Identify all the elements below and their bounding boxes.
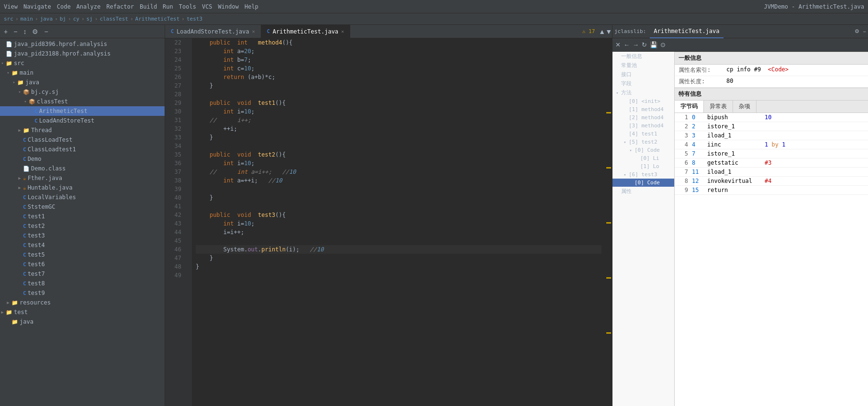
tree-test9[interactable]: C test9 [0, 288, 165, 298]
tree-test6[interactable]: C test6 [0, 259, 165, 269]
tree-test1[interactable]: C test1 [0, 212, 165, 221]
breadcrumb-classtest[interactable]: classTest [100, 16, 128, 22]
folder-icon: 📁 [23, 127, 30, 134]
breadcrumb-src[interactable]: src [4, 16, 13, 22]
menu-build[interactable]: Build [140, 3, 157, 10]
breadcrumb-java[interactable]: java [40, 16, 53, 22]
menu-vcs[interactable]: VCS [202, 3, 212, 10]
tree-java[interactable]: ▾ 📁 java [0, 78, 165, 87]
jclasslib-node-attr[interactable]: 属性 [612, 187, 674, 196]
tree-src[interactable]: ▾ 📁 src [0, 58, 165, 68]
jclasslib-settings-btn[interactable]: ⚙ [855, 28, 859, 34]
tab-arithmetictest[interactable]: C ArithmeticTest.java ✕ [261, 25, 350, 38]
tree-test-root[interactable]: ▶ 📁 test [0, 307, 165, 317]
sidebar-hide-btn[interactable]: − [42, 27, 50, 36]
tree-huntable[interactable]: ▶ ☕ Huntable.java [0, 183, 165, 192]
tree-fther[interactable]: ▶ ☕ Fther.java [0, 173, 165, 183]
menu-help[interactable]: Help [245, 3, 258, 10]
jclasslib-node-method3[interactable]: [3] method4 [612, 122, 674, 130]
jclasslib-close-icon[interactable]: ✕ [615, 41, 621, 48]
bytecode-row: 10bipush10 [675, 113, 868, 122]
jclasslib-node-method0[interactable]: [0] <init> [612, 97, 674, 105]
tree-test2[interactable]: C test2 [0, 221, 165, 231]
tree-classloadtest1[interactable]: C ClassLoadtest1 [0, 145, 165, 154]
jclasslib-close-btn[interactable]: − [863, 29, 866, 34]
tree-classtest[interactable]: ▾ 📦 classTest [0, 97, 165, 106]
jclasslib-back-btn[interactable]: ← [623, 41, 630, 48]
tree-test7[interactable]: C test7 [0, 269, 165, 279]
jclasslib-node-method5[interactable]: ▾[5] test2 [612, 138, 674, 146]
sidebar-collapse-btn[interactable]: − [11, 27, 19, 36]
menu-refactor[interactable]: Refactor [106, 3, 134, 10]
breadcrumb-arithmetictest[interactable]: ArithmeticTest [135, 16, 180, 22]
tree-hprof2[interactable]: 📄 java_pid23188.hprof.analysis [0, 49, 165, 58]
class-c-icon: C [23, 214, 26, 220]
tree-hprof1[interactable]: 📄 java_pid8396.hprof.analysis [0, 39, 165, 49]
jclasslib-node-pool[interactable]: 常量池 [612, 61, 674, 70]
warning-mark-4 [606, 277, 611, 279]
jclasslib-node-method1[interactable]: [1] method4 [612, 105, 674, 113]
jclasslib-save-btn[interactable]: 💾 [650, 41, 657, 48]
jclasslib-refresh-btn[interactable]: ↻ [642, 41, 647, 48]
tree-thread[interactable]: ▶ 📁 Thread [0, 125, 165, 135]
jclasslib-node-interface[interactable]: 接口 [612, 70, 674, 79]
jclasslib-node-field[interactable]: 字段 [612, 79, 674, 88]
jclasslib-node-method6[interactable]: ▾[6] test3 [612, 170, 674, 179]
bytecode-tab-bytecode[interactable]: 字节码 [675, 101, 704, 113]
tree-test5[interactable]: C test5 [0, 250, 165, 259]
jclasslib-node-general[interactable]: 一般信息 [612, 52, 674, 61]
menu-code[interactable]: Code [57, 3, 71, 10]
menu-tools[interactable]: Tools [179, 3, 196, 10]
breadcrumb-cy[interactable]: cy [73, 16, 79, 22]
folder-icon: 📁 [6, 60, 12, 67]
tree-test8[interactable]: C test8 [0, 279, 165, 288]
jclasslib-node-method4[interactable]: [4] test1 [612, 130, 674, 138]
jclasslib-forward-btn[interactable]: → [633, 41, 639, 48]
close-tab-arithmetictest[interactable]: ✕ [341, 29, 344, 34]
tree-main[interactable]: ▾ 📁 main [0, 68, 165, 78]
jclasslib-node-method[interactable]: ▾方法 [612, 88, 674, 97]
sidebar-sort-btn[interactable]: ↕ [21, 27, 28, 36]
tree-bjcysj[interactable]: ▾ 📦 bj.cy.sj [0, 87, 165, 97]
jclasslib-node-method5-0[interactable]: ▾[0] Code [612, 146, 674, 154]
tree-demo[interactable]: C Demo [0, 154, 165, 164]
sidebar-settings-btn[interactable]: ⚙ [30, 27, 40, 36]
warning-nav-down[interactable]: ▼ [605, 28, 612, 35]
bytecode-tab-misc[interactable]: 杂项 [733, 101, 757, 113]
tree-resources[interactable]: ▶ 📁 resources [0, 298, 165, 307]
tree-loadandstore[interactable]: C LoadAndStoreTest [0, 116, 165, 125]
jclasslib-node-method6-0[interactable]: [0] Code [612, 179, 674, 187]
class-c-icon: C [23, 261, 26, 268]
tree-sstemgc[interactable]: C StstemGC [0, 202, 165, 212]
code-area[interactable]: public int method4(){ int a=20; int b=7;… [192, 38, 605, 406]
tree-test4[interactable]: C test4 [0, 240, 165, 250]
tree-test-java[interactable]: 📁 java [0, 317, 165, 327]
file-icon: 📄 [23, 166, 30, 172]
jclasslib-node-method5-0-0[interactable]: [0] Li [612, 154, 674, 162]
menu-view[interactable]: View [4, 3, 18, 10]
tree-test3[interactable]: C test3 [0, 231, 165, 240]
breadcrumb-sj[interactable]: sj [87, 16, 93, 22]
project-sidebar: + − ↕ ⚙ − 📄 java_pid8396.hprof.analysis … [0, 25, 165, 406]
breadcrumb-test3[interactable]: test3 [187, 16, 202, 22]
sidebar-add-btn[interactable]: + [2, 27, 10, 36]
menu-analyze[interactable]: Analyze [77, 3, 101, 10]
jclasslib-node-method5-0-1[interactable]: [1] Lo [612, 162, 674, 170]
tab-loadandstore[interactable]: C LoadAndStoreTest.java ✕ [165, 25, 261, 38]
menu-window[interactable]: Window [218, 3, 239, 10]
close-tab-loadandstore[interactable]: ✕ [252, 29, 255, 34]
tree-classloadtest[interactable]: C ClassLoadTest [0, 135, 165, 145]
menu-navigate[interactable]: Navigate [23, 3, 51, 10]
tree-democlass[interactable]: 📄 Demo.class [0, 164, 165, 173]
jclasslib-node-method2[interactable]: [2] method4 [612, 113, 674, 122]
tree-localvariables[interactable]: C LocalVariables [0, 192, 165, 202]
folder-icon: 📁 [11, 70, 18, 76]
bytecode-tab-exception[interactable]: 异常表 [704, 101, 733, 113]
jclasslib-view-btn[interactable]: ⊙ [660, 41, 666, 48]
warning-nav-up[interactable]: ▲ [599, 28, 605, 35]
jclasslib-tab-main[interactable]: ArithmeticTest.java [650, 25, 723, 38]
menu-run[interactable]: Run [163, 3, 173, 10]
breadcrumb-bj[interactable]: bj [60, 16, 66, 22]
tree-arithmetictest[interactable]: C ArithmeticTest [0, 106, 165, 116]
breadcrumb-main[interactable]: main [21, 16, 33, 22]
